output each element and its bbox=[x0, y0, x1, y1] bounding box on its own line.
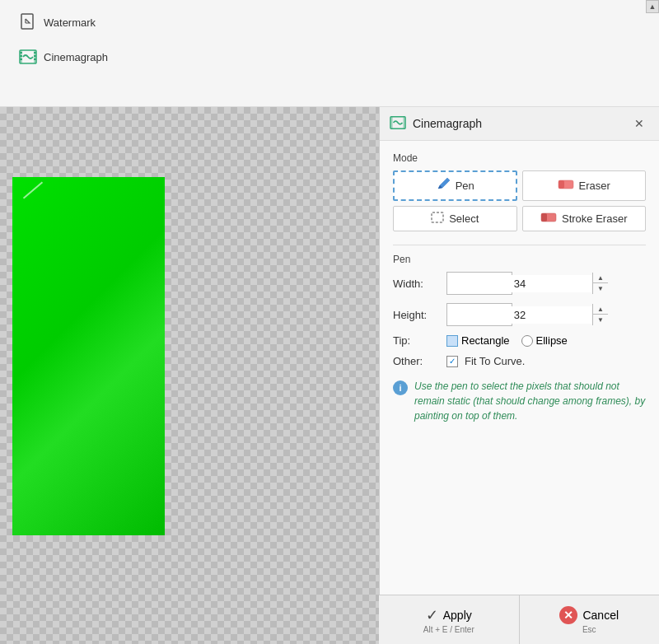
cancel-label: Cancel bbox=[582, 609, 619, 622]
svg-rect-13 bbox=[403, 116, 405, 128]
pen-section-label: Pen bbox=[393, 254, 646, 265]
top-toolbar: Watermark Cinemagraph ▲ bbox=[0, 0, 659, 107]
tip-rectangle-option[interactable]: Rectangle bbox=[446, 334, 510, 347]
width-input[interactable] bbox=[447, 275, 592, 292]
width-label: Width: bbox=[393, 278, 446, 290]
pen-width-row: Width: ▲ ▼ bbox=[393, 272, 646, 295]
green-canvas-object bbox=[12, 177, 165, 535]
panel-header-left: Cinemagraph bbox=[390, 114, 482, 133]
mode-section-label: Mode bbox=[393, 152, 646, 164]
width-spinbox[interactable]: ▲ ▼ bbox=[446, 272, 512, 295]
svg-rect-5 bbox=[20, 52, 22, 54]
tip-rectangle-label: Rectangle bbox=[461, 334, 510, 347]
cinemagraph-icon bbox=[19, 48, 37, 66]
cancel-button-content: ✕ Cancel bbox=[559, 606, 619, 624]
mode-pen-button[interactable]: Pen bbox=[393, 170, 517, 201]
height-input[interactable] bbox=[447, 306, 592, 324]
sidebar-item-watermark[interactable]: Watermark bbox=[12, 8, 119, 36]
info-box: i Use the pen to select the pixels that … bbox=[393, 379, 646, 423]
select-button-label: Select bbox=[449, 212, 479, 225]
sidebar-item-cinemagraph[interactable]: Cinemagraph bbox=[12, 43, 119, 71]
svg-rect-9 bbox=[34, 55, 36, 57]
canvas-area[interactable] bbox=[0, 107, 379, 644]
canvas-decoration bbox=[23, 182, 43, 199]
cancel-x-icon: ✕ bbox=[559, 606, 577, 624]
apply-shortcut: Alt + E / Enter bbox=[423, 625, 474, 634]
watermark-icon bbox=[19, 13, 37, 31]
svg-rect-6 bbox=[20, 55, 22, 57]
svg-rect-10 bbox=[34, 58, 36, 60]
other-label: Other: bbox=[393, 355, 446, 367]
info-text: Use the pen to select the pixels that sh… bbox=[414, 379, 646, 423]
svg-rect-18 bbox=[541, 213, 547, 222]
pen-tip-row: Tip: Rectangle Ellipse bbox=[393, 334, 646, 347]
pen-section-divider bbox=[393, 245, 646, 245]
height-arrows: ▲ ▼ bbox=[592, 304, 608, 325]
pen-height-row: Height: ▲ ▼ bbox=[393, 303, 646, 326]
height-label: Height: bbox=[393, 309, 446, 321]
mode-eraser-button[interactable]: Eraser bbox=[522, 170, 647, 201]
svg-rect-12 bbox=[390, 116, 393, 128]
eraser-icon bbox=[558, 179, 574, 193]
cancel-shortcut: Esc bbox=[582, 625, 596, 634]
fit-to-curve-label: Fit To Curve. bbox=[465, 355, 525, 367]
cinemagraph-label: Cinemagraph bbox=[44, 51, 108, 63]
panel-header: Cinemagraph ✕ bbox=[380, 107, 659, 141]
apply-check-icon: ✓ bbox=[426, 606, 438, 624]
svg-rect-16 bbox=[432, 212, 443, 222]
mode-select-button[interactable]: Select bbox=[393, 206, 517, 231]
mode-stroke-eraser-button[interactable]: Stroke Eraser bbox=[522, 206, 647, 231]
info-icon: i bbox=[393, 380, 408, 395]
panel-body: Mode Pen bbox=[380, 141, 659, 644]
select-icon bbox=[431, 212, 444, 226]
stroke-eraser-icon bbox=[540, 212, 557, 226]
tip-ellipse-option[interactable]: Ellipse bbox=[521, 334, 568, 347]
watermark-label: Watermark bbox=[44, 16, 96, 29]
tip-label: Tip: bbox=[393, 334, 446, 347]
height-up-arrow[interactable]: ▲ bbox=[593, 304, 608, 315]
apply-label: Apply bbox=[443, 609, 472, 622]
svg-rect-0 bbox=[21, 14, 33, 29]
svg-rect-15 bbox=[559, 180, 564, 189]
pen-icon bbox=[436, 177, 451, 194]
fit-to-curve-row: Other: ✓ Fit To Curve. bbox=[393, 355, 646, 367]
width-arrows: ▲ ▼ bbox=[592, 273, 608, 294]
main-area: Cinemagraph ✕ Mode Pen bbox=[0, 107, 659, 644]
height-spinbox[interactable]: ▲ ▼ bbox=[446, 303, 512, 326]
tip-rectangle-radio[interactable] bbox=[446, 335, 458, 347]
width-up-arrow[interactable]: ▲ bbox=[593, 273, 608, 283]
panel-title: Cinemagraph bbox=[413, 117, 482, 130]
pen-button-label: Pen bbox=[456, 180, 474, 192]
apply-button-content: ✓ Apply bbox=[426, 606, 472, 624]
tip-ellipse-radio[interactable] bbox=[521, 335, 533, 347]
svg-rect-8 bbox=[34, 52, 36, 54]
action-bar: ✓ Apply Alt + E / Enter ✕ Cancel Esc bbox=[379, 595, 659, 644]
panel-close-button[interactable]: ✕ bbox=[629, 114, 649, 133]
tip-ellipse-label: Ellipse bbox=[536, 334, 568, 347]
width-down-arrow[interactable]: ▼ bbox=[593, 283, 608, 294]
svg-rect-7 bbox=[20, 58, 22, 60]
mode-grid: Pen Eraser bbox=[393, 170, 646, 231]
eraser-button-label: Eraser bbox=[579, 180, 610, 192]
scroll-up-icon: ▲ bbox=[649, 2, 657, 11]
fit-to-curve-checkbox[interactable]: ✓ bbox=[446, 356, 458, 367]
apply-button[interactable]: ✓ Apply Alt + E / Enter bbox=[379, 595, 520, 644]
cancel-button[interactable]: ✕ Cancel Esc bbox=[520, 595, 660, 644]
panel-cinemagraph-icon bbox=[390, 114, 406, 133]
height-down-arrow[interactable]: ▼ bbox=[593, 315, 608, 325]
stroke-eraser-button-label: Stroke Eraser bbox=[562, 212, 627, 225]
scroll-up-button[interactable]: ▲ bbox=[646, 0, 659, 13]
cinemagraph-panel: Cinemagraph ✕ Mode Pen bbox=[379, 107, 659, 644]
